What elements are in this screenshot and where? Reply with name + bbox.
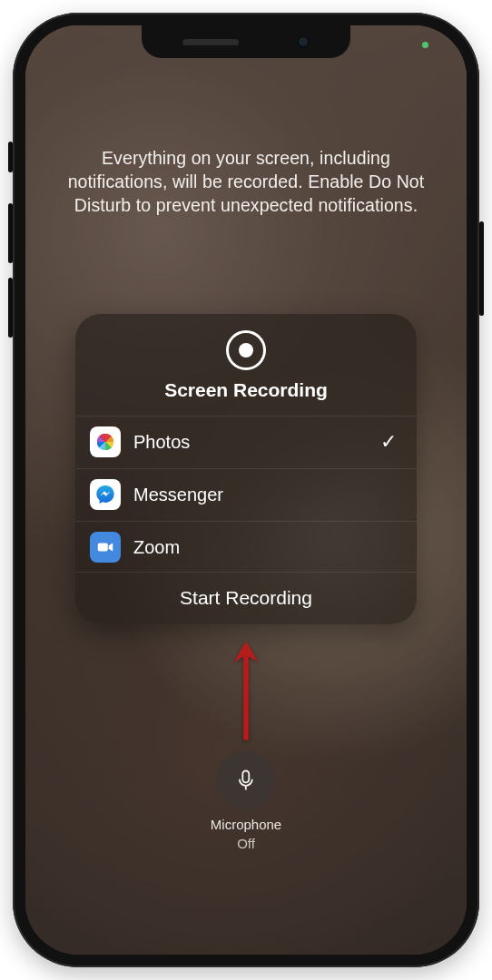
- app-destination-list[interactable]: Photos ✓ Messenger Zoom: [75, 416, 417, 572]
- microphone-toggle[interactable]: Microphone Off: [211, 751, 281, 851]
- svg-rect-1: [242, 771, 249, 783]
- microphone-icon: [217, 751, 275, 809]
- volume-up-button[interactable]: [8, 203, 13, 263]
- screen-recording-panel: Screen Recording Photos ✓ Me: [75, 314, 417, 624]
- record-icon: [226, 330, 266, 370]
- app-label: Photos: [133, 432, 368, 453]
- notch: [142, 25, 350, 58]
- volume-down-button[interactable]: [8, 278, 13, 338]
- iphone-frame: Everything on your screen, including not…: [13, 13, 479, 967]
- power-button[interactable]: [479, 221, 484, 316]
- app-row-zoom[interactable]: Zoom: [75, 521, 417, 572]
- recording-notice-text: Everything on your screen, including not…: [54, 147, 438, 218]
- panel-header: Screen Recording: [75, 314, 417, 416]
- checkmark-icon: ✓: [380, 430, 397, 454]
- photos-icon: [90, 426, 121, 457]
- screen: Everything on your screen, including not…: [25, 25, 467, 955]
- messenger-icon: [90, 479, 121, 510]
- microphone-label: Microphone: [211, 817, 281, 832]
- earpiece-speaker: [182, 39, 239, 45]
- silence-switch[interactable]: [8, 142, 13, 172]
- start-recording-button[interactable]: Start Recording: [75, 572, 417, 624]
- app-row-messenger[interactable]: Messenger: [75, 468, 417, 521]
- front-camera: [297, 35, 310, 48]
- zoom-icon: [90, 532, 121, 563]
- app-label: Messenger: [133, 485, 397, 505]
- start-recording-label: Start Recording: [180, 587, 312, 609]
- svg-rect-0: [98, 544, 108, 552]
- panel-title: Screen Recording: [164, 379, 328, 401]
- privacy-indicator-dot: [422, 42, 428, 48]
- annotation-arrow: [229, 633, 263, 742]
- microphone-state: Off: [237, 836, 255, 851]
- app-row-photos[interactable]: Photos ✓: [75, 416, 417, 468]
- app-label: Zoom: [133, 537, 397, 558]
